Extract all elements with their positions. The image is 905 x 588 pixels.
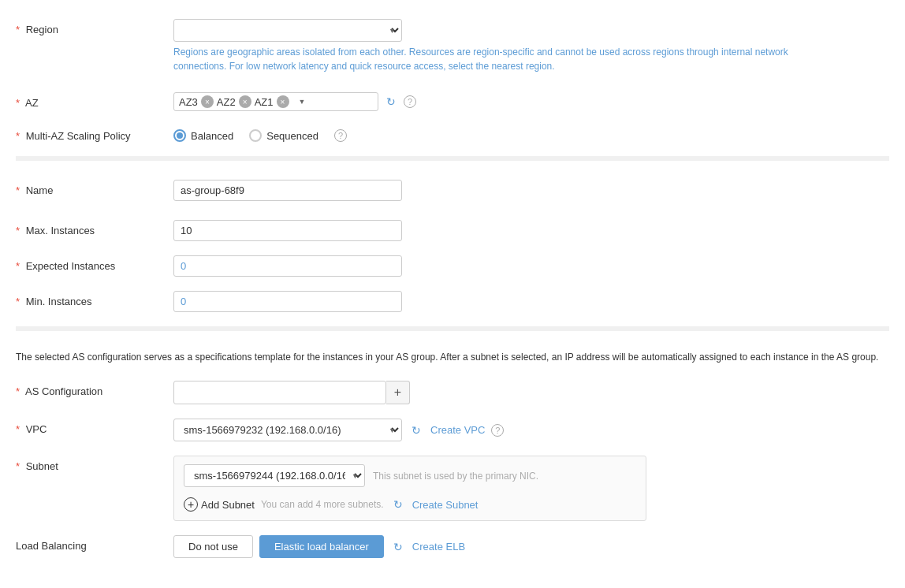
- divider-2: [16, 326, 889, 331]
- subnet-label: * Subnet: [16, 456, 173, 472]
- subnet-content: sms-1566979244 (192.168.0.0/16) This sub…: [173, 456, 889, 521]
- az-container: AZ3 × AZ2 × AZ1 × ▼ ↻ ?: [173, 92, 889, 111]
- az-help-icon[interactable]: ?: [404, 95, 416, 108]
- min-instances-input[interactable]: [173, 291, 402, 312]
- as-config-row: * AS Configuration +: [16, 381, 889, 404]
- subnet-primary-hint: This subnet is used by the primary NIC.: [373, 471, 538, 482]
- min-instances-label: * Min. Instances: [16, 291, 173, 307]
- as-config-input[interactable]: [173, 381, 386, 404]
- az-tags-select[interactable]: AZ3 × AZ2 × AZ1 × ▼: [173, 92, 378, 111]
- balanced-radio[interactable]: [173, 129, 186, 142]
- load-balancing-label: Load Balancing: [16, 535, 173, 552]
- region-select-wrapper: [173, 19, 402, 42]
- min-instances-content: [173, 291, 889, 312]
- az-refresh-btn[interactable]: ↻: [383, 94, 399, 110]
- multiaz-label: * Multi-AZ Scaling Policy: [16, 125, 173, 142]
- max-instances-row: * Max. Instances: [16, 220, 889, 241]
- az-tag-az2: AZ2 ×: [217, 95, 251, 108]
- vpc-refresh-btn[interactable]: ↻: [408, 422, 424, 438]
- subnet-refresh-btn[interactable]: ↻: [390, 497, 406, 512]
- subnet-box: sms-1566979244 (192.168.0.0/16) This sub…: [173, 456, 646, 521]
- multiaz-balanced-option[interactable]: Balanced: [173, 129, 233, 142]
- as-config-label: * AS Configuration: [16, 381, 173, 397]
- vpc-select[interactable]: sms-1566979232 (192.168.0.0/16): [173, 419, 402, 441]
- lb-refresh-btn[interactable]: ↻: [390, 539, 406, 555]
- add-subnet-row: + Add Subnet You can add 4 more subnets.…: [184, 493, 636, 512]
- min-instances-row: * Min. Instances: [16, 291, 889, 312]
- multiaz-radio-group: Balanced Sequenced ?: [173, 125, 889, 142]
- sequenced-radio[interactable]: [249, 129, 262, 142]
- expected-instances-content: [173, 255, 889, 277]
- az-content: AZ3 × AZ2 × AZ1 × ▼ ↻ ?: [173, 92, 889, 111]
- expected-instances-row: * Expected Instances: [16, 255, 889, 277]
- vpc-row: * VPC sms-1566979232 (192.168.0.0/16) ↻ …: [16, 419, 889, 441]
- divider-1: [16, 156, 889, 161]
- az-tag-az3: AZ3 ×: [179, 95, 214, 108]
- load-balancing-content: Do not use Elastic load balancer ↻ Creat…: [173, 535, 889, 558]
- can-add-text: You can add 4 more subnets.: [261, 499, 384, 510]
- form-container: * Region Regions are geographic areas is…: [0, 0, 905, 566]
- az-tag-az1: AZ1 ×: [255, 95, 289, 108]
- create-subnet-link[interactable]: Create Subnet: [412, 499, 479, 511]
- add-subnet-btn[interactable]: + Add Subnet: [184, 497, 255, 512]
- as-config-add-btn[interactable]: +: [386, 381, 410, 404]
- name-content: [173, 180, 889, 201]
- vpc-label: * VPC: [16, 419, 173, 435]
- max-instances-content: [173, 220, 889, 241]
- region-select[interactable]: [173, 19, 402, 42]
- az3-remove-btn[interactable]: ×: [201, 95, 214, 108]
- subnet-row: * Subnet sms-1566979244 (192.168.0.0/16)…: [16, 456, 889, 521]
- lb-do-not-use-btn[interactable]: Do not use: [173, 535, 253, 558]
- subnet-select[interactable]: sms-1566979244 (192.168.0.0/16): [184, 464, 365, 487]
- subnet-row-inner: sms-1566979244 (192.168.0.0/16) This sub…: [184, 464, 636, 487]
- expected-instances-input[interactable]: [173, 255, 402, 277]
- vpc-content: sms-1566979232 (192.168.0.0/16) ↻ Create…: [173, 419, 889, 441]
- lb-buttons-row: Do not use Elastic load balancer ↻ Creat…: [173, 535, 889, 558]
- as-config-info: The selected AS configuration serves as …: [16, 339, 883, 370]
- name-label: * Name: [16, 180, 173, 196]
- lb-elastic-btn[interactable]: Elastic load balancer: [259, 535, 384, 558]
- max-instances-label: * Max. Instances: [16, 220, 173, 236]
- create-elb-link[interactable]: Create ELB: [412, 541, 465, 553]
- az-row: * AZ AZ3 × AZ2 × AZ1 ×: [16, 92, 889, 111]
- name-row: * Name: [16, 169, 889, 206]
- az-label: * AZ: [16, 92, 173, 109]
- vpc-container: sms-1566979232 (192.168.0.0/16) ↻ Create…: [173, 419, 889, 441]
- load-balancing-row: Load Balancing Do not use Elastic load b…: [16, 535, 889, 558]
- max-instances-input[interactable]: [173, 220, 402, 241]
- as-config-content: +: [173, 381, 889, 404]
- az1-remove-btn[interactable]: ×: [277, 95, 289, 108]
- multiaz-content: Balanced Sequenced ?: [173, 125, 889, 142]
- multiaz-help-icon[interactable]: ?: [334, 129, 347, 142]
- vpc-select-wrapper: sms-1566979232 (192.168.0.0/16): [173, 419, 402, 441]
- region-label: * Region: [16, 19, 173, 35]
- multiaz-row: * Multi-AZ Scaling Policy Balanced Seque…: [16, 125, 889, 142]
- az-dropdown-arrow[interactable]: ▼: [299, 98, 306, 106]
- subnet-select-wrapper: sms-1566979244 (192.168.0.0/16): [184, 464, 365, 487]
- as-config-container: +: [173, 381, 889, 404]
- multiaz-sequenced-option[interactable]: Sequenced: [249, 129, 318, 142]
- az2-remove-btn[interactable]: ×: [239, 95, 251, 108]
- region-content: Regions are geographic areas isolated fr…: [173, 19, 889, 73]
- add-subnet-icon: +: [184, 497, 198, 512]
- create-vpc-link[interactable]: Create VPC: [430, 424, 485, 436]
- name-input[interactable]: [173, 180, 402, 201]
- vpc-help-icon[interactable]: ?: [491, 424, 504, 437]
- region-row: * Region Regions are geographic areas is…: [16, 8, 889, 78]
- expected-instances-label: * Expected Instances: [16, 255, 173, 272]
- region-hint: Regions are geographic areas isolated fr…: [173, 45, 844, 73]
